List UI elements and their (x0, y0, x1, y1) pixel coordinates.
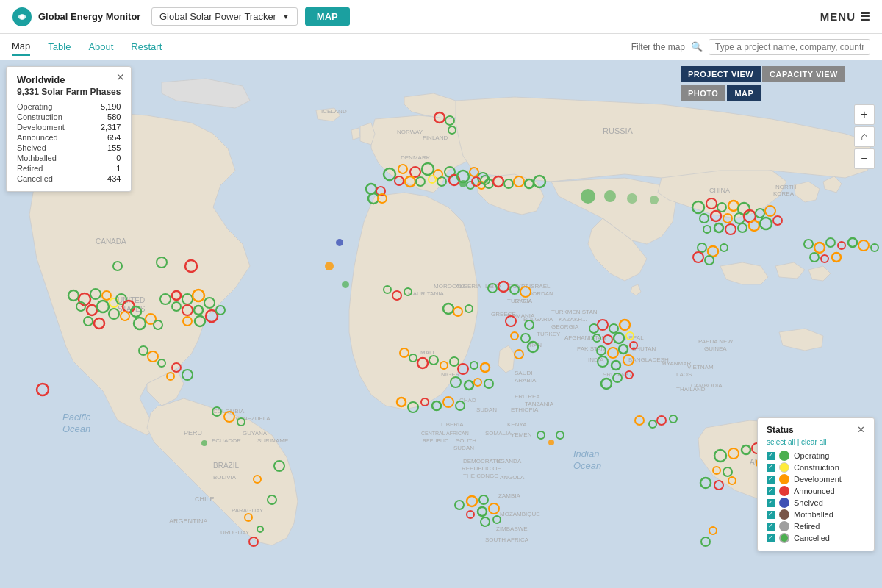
legend-item-operating[interactable]: Operating (767, 451, 865, 461)
svg-text:TURKEY: TURKEY (507, 298, 531, 304)
map-tab-button[interactable]: MAP (305, 7, 350, 26)
svg-text:DENMARK: DENMARK (401, 154, 431, 161)
tracker-name: Global Solar Power Tracker (159, 11, 276, 22)
nav-map[interactable]: Map (12, 37, 30, 56)
svg-text:CANADA: CANADA (96, 237, 126, 245)
svg-text:GUYANA: GUYANA (243, 430, 268, 437)
map-button[interactable]: MAP (727, 85, 761, 101)
stat-announced: Announced 654 (17, 132, 121, 143)
zoom-in-button[interactable]: + (854, 104, 875, 125)
svg-text:SUDAN: SUDAN (476, 406, 497, 413)
svg-text:GUINEA: GUINEA (704, 345, 727, 352)
legend-item-development[interactable]: Development (767, 474, 865, 484)
legend-close-button[interactable]: ✕ (857, 424, 865, 435)
legend-item-cancelled[interactable]: Cancelled (767, 533, 865, 543)
svg-text:CHILE: CHILE (195, 495, 215, 503)
svg-text:TURKEY: TURKEY (537, 331, 561, 337)
capacity-view-button[interactable]: CAPACITY VIEW (762, 66, 845, 82)
stat-mothballed: Mothballed 0 (17, 153, 121, 163)
svg-text:ARGENTINA: ARGENTINA (169, 517, 208, 525)
svg-text:REPUBLIC OF: REPUBLIC OF (462, 465, 501, 472)
nav-restart[interactable]: Restart (131, 38, 162, 55)
legend-item-mothballed[interactable]: Mothballed (767, 509, 865, 520)
svg-text:JORDAN: JORDAN (529, 290, 553, 297)
svg-text:KENYA: KENYA (507, 421, 527, 428)
svg-point-280 (336, 239, 343, 246)
stat-construction: Construction 580 (17, 112, 121, 122)
svg-text:MALI: MALI (420, 349, 434, 356)
menu-button[interactable]: MENU ☰ (820, 10, 870, 24)
svg-text:Ocean: Ocean (62, 423, 90, 434)
svg-text:UGANDA: UGANDA (496, 458, 522, 465)
legend-item-retired[interactable]: Retired (767, 521, 865, 531)
svg-text:ALGERIA: ALGERIA (456, 283, 481, 290)
filter-area: Filter the map 🔍 (631, 39, 870, 55)
legend-checkbox-operating[interactable] (767, 452, 775, 460)
svg-text:ICELAND: ICELAND (321, 108, 347, 115)
svg-text:ISRAEL: ISRAEL (529, 283, 551, 290)
svg-text:CHAD: CHAD (459, 397, 476, 404)
svg-text:CHINA: CHINA (709, 187, 730, 194)
stat-shelved: Shelved 155 (17, 143, 121, 153)
svg-text:ETHIOPIA: ETHIOPIA (511, 406, 539, 413)
legend-checkbox-announced[interactable] (767, 487, 775, 495)
svg-text:NEPAL: NEPAL (625, 334, 644, 341)
legend-item-construction[interactable]: Construction (767, 462, 865, 473)
photo-button[interactable]: PHOTO (681, 85, 725, 101)
svg-text:ERITREA: ERITREA (514, 393, 540, 400)
gem-logo-icon (12, 7, 32, 27)
svg-text:ZAMBIA: ZAMBIA (498, 492, 520, 499)
legend-dot-operating (779, 451, 789, 461)
project-view-button[interactable]: PROJECT VIEW (681, 66, 761, 82)
legend-checkbox-mothballed[interactable] (767, 511, 775, 519)
info-panel-close-button[interactable]: ✕ (116, 71, 125, 83)
legend-select-all[interactable]: select all (767, 438, 795, 446)
svg-text:PARAGUAY: PARAGUAY (232, 507, 264, 514)
svg-text:SOMALIA: SOMALIA (485, 430, 512, 437)
search-input[interactable] (709, 39, 870, 55)
svg-text:PERU: PERU (184, 429, 202, 437)
svg-text:SUDAN: SUDAN (453, 445, 474, 451)
svg-point-272 (627, 193, 637, 204)
svg-text:TURKMENISTAN: TURKMENISTAN (551, 309, 598, 315)
legend-item-shelved[interactable]: Shelved (767, 498, 865, 508)
svg-point-282 (342, 281, 349, 288)
legend-label-construction: Construction (794, 463, 839, 472)
map-container[interactable]: Pacific Ocean Indian Ocean CANADA UNITED… (0, 60, 882, 588)
svg-point-281 (325, 262, 334, 270)
hamburger-icon: ☰ (860, 10, 870, 24)
svg-text:KAZAKH...: KAZAKH... (559, 316, 587, 323)
legend-clear-all[interactable]: clear all (801, 438, 826, 446)
nav-about[interactable]: About (88, 38, 113, 55)
svg-text:ARABIA: ARABIA (514, 377, 537, 384)
svg-text:LAOS: LAOS (676, 371, 692, 378)
svg-text:SURINAME: SURINAME (257, 437, 288, 444)
legend-title: Status (767, 425, 794, 435)
legend-label-development: Development (794, 475, 842, 484)
legend-checkbox-construction[interactable] (767, 464, 775, 472)
svg-text:Pacific: Pacific (62, 412, 91, 423)
zoom-out-button[interactable]: − (854, 148, 875, 169)
legend-label-retired: Retired (794, 522, 820, 531)
svg-point-271 (604, 190, 616, 202)
nav-table[interactable]: Table (48, 38, 71, 55)
tracker-selector[interactable]: Global Solar Power Tracker ▼ (151, 7, 298, 26)
menu-label: MENU (820, 10, 856, 23)
svg-text:BRAZIL: BRAZIL (213, 462, 239, 470)
svg-point-1 (20, 15, 24, 19)
legend-label-cancelled: Cancelled (794, 534, 830, 542)
legend-checkbox-shelved[interactable] (767, 499, 775, 507)
svg-text:FINLAND: FINLAND (423, 135, 448, 141)
legend-checkbox-cancelled[interactable] (767, 534, 775, 542)
svg-point-270 (581, 189, 595, 204)
svg-text:RUSSIA: RUSSIA (603, 126, 634, 135)
legend-label-shelved: Shelved (794, 498, 823, 507)
legend-item-announced[interactable]: Announced (767, 486, 865, 496)
legend-checkbox-development[interactable] (767, 476, 775, 484)
legend-panel: Status ✕ select all | clear all Operatin… (757, 417, 875, 551)
svg-text:CENTRAL AFRICAN: CENTRAL AFRICAN (421, 431, 469, 436)
view-row-2: PHOTO MAP (681, 85, 845, 101)
legend-checkbox-retired[interactable] (767, 523, 775, 531)
zoom-home-button[interactable]: ⌂ (854, 126, 875, 147)
zoom-controls: + ⌂ − (854, 104, 875, 169)
